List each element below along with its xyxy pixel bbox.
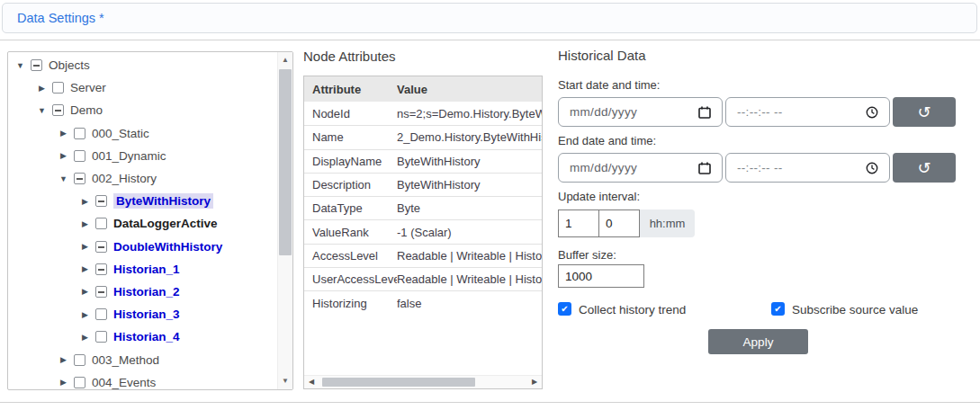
collapse-arrow-icon[interactable]: ▼ — [58, 174, 68, 183]
attribute-name-cell: DataType — [304, 201, 397, 215]
attribute-name-cell: UserAccessLevel — [304, 272, 397, 286]
address-space-tree: ▼Objects▶Server▼Demo▶000_Static▶001_Dyna… — [7, 51, 293, 390]
interval-minutes-input[interactable] — [598, 209, 640, 237]
column-header-value: Value — [397, 83, 542, 96]
attribute-value-cell: ByteWithHistory — [397, 178, 542, 192]
expand-arrow-icon[interactable]: ▶ — [80, 264, 90, 273]
calendar-icon[interactable] — [698, 106, 711, 119]
tree-item-004_events[interactable]: ▶004_Events — [8, 371, 277, 390]
end-refresh-button[interactable]: ↺ — [893, 153, 956, 183]
tree-item-historian_1[interactable]: ▶Historian_1 — [8, 258, 277, 281]
tree-item-002_history[interactable]: ▼002_History — [8, 167, 277, 190]
tree-item-label: 000_Static — [92, 127, 149, 140]
scroll-right-icon[interactable]: ▶ — [528, 376, 541, 388]
expand-arrow-icon[interactable]: ▶ — [80, 310, 90, 319]
tree-checkbox[interactable] — [74, 173, 85, 184]
clock-icon[interactable] — [866, 106, 878, 119]
collect-history-trend-label: Collect history trend — [579, 303, 686, 316]
apply-button[interactable]: Apply — [708, 329, 808, 354]
tree-item-dataloggeractive[interactable]: ▶DataLoggerActive — [8, 212, 277, 235]
tree-checkbox[interactable] — [95, 286, 107, 298]
scroll-up-icon[interactable]: ▲ — [278, 53, 292, 67]
tree-item-server[interactable]: ▶Server — [8, 76, 277, 99]
tree-checkbox[interactable] — [95, 331, 107, 343]
attribute-value-cell: ByteWithHistory — [397, 155, 542, 168]
calendar-icon[interactable] — [698, 162, 711, 174]
tree-item-historian_4[interactable]: ▶Historian_4 — [8, 325, 277, 348]
collapse-arrow-icon[interactable]: ▼ — [37, 106, 47, 115]
tree-item-label: 001_Dynamic — [92, 149, 166, 163]
tree-item-bytewithhistory[interactable]: ▶ByteWithHistory — [8, 190, 277, 212]
tree-item-doublewithhistory[interactable]: ▶DoubleWithHistory — [8, 236, 277, 258]
tree-scrollbar-thumb[interactable] — [279, 69, 292, 255]
tree-checkbox[interactable] — [74, 377, 85, 388]
subscribe-source-value-label: Subscribe source value — [792, 303, 918, 316]
attribute-value-cell: Readable | Writeable | HistoryRead — [397, 249, 542, 263]
tree-checkbox[interactable] — [74, 150, 85, 162]
expand-arrow-icon[interactable]: ▶ — [80, 242, 90, 251]
tree-item-label: DoubleWithHistory — [113, 240, 222, 254]
start-date-input[interactable]: mm/dd/yyyy — [558, 97, 723, 127]
tree-checkbox[interactable] — [31, 59, 42, 71]
tree-checkbox[interactable] — [74, 128, 85, 139]
tree-item-003_method[interactable]: ▶003_Method — [8, 348, 277, 370]
tree-item-label: Objects — [49, 58, 90, 72]
tree-checkbox[interactable] — [95, 241, 107, 253]
attribute-name-cell: NodeId — [304, 107, 397, 120]
attribute-name-cell: Description — [304, 178, 397, 192]
expand-arrow-icon[interactable]: ▶ — [80, 333, 90, 342]
tree-item-historian_3[interactable]: ▶Historian_3 — [8, 303, 277, 325]
expand-arrow-icon[interactable]: ▶ — [80, 219, 90, 228]
tree-checkbox[interactable] — [95, 263, 107, 275]
end-datetime-label: End date and time: — [558, 134, 656, 147]
expand-arrow-icon[interactable]: ▶ — [58, 378, 68, 387]
table-row: UserAccessLevelReadable | Writeable | Hi… — [304, 267, 542, 290]
tree-checkbox[interactable] — [52, 82, 64, 94]
tree-item-label: Historian_2 — [113, 285, 180, 299]
attribute-value-cell: 2_Demo.History.ByteWithHistory — [397, 130, 542, 144]
expand-arrow-icon[interactable]: ▶ — [80, 197, 90, 206]
historical-data-title: Historical Data — [558, 48, 646, 63]
tree-item-000_static[interactable]: ▶000_Static — [8, 122, 277, 145]
expand-arrow-icon[interactable]: ▶ — [58, 355, 68, 364]
subscribe-source-value-checkbox[interactable]: ✔ — [771, 302, 785, 316]
expand-arrow-icon[interactable]: ▶ — [37, 84, 47, 93]
end-time-placeholder: --:--:-- -- — [737, 161, 783, 174]
tree-item-demo[interactable]: ▼Demo — [8, 99, 277, 121]
clock-icon[interactable] — [866, 162, 878, 174]
tree-item-label: Server — [70, 81, 106, 94]
interval-hours-input[interactable] — [558, 209, 599, 237]
start-date-placeholder: mm/dd/yyyy — [570, 105, 637, 119]
start-refresh-button[interactable]: ↺ — [893, 97, 956, 127]
expand-arrow-icon[interactable]: ▶ — [80, 287, 90, 296]
collect-history-trend-checkbox[interactable]: ✔ — [558, 302, 571, 316]
table-horizontal-scrollbar[interactable]: ◀ ▶ — [304, 375, 542, 388]
tree-vertical-scrollbar[interactable]: ▲ ▼ — [277, 52, 292, 389]
tree-checkbox[interactable] — [95, 218, 107, 229]
tree-checkbox[interactable] — [95, 195, 107, 207]
tree-checkbox[interactable] — [52, 104, 64, 116]
tree-item-label: 004_Events — [92, 376, 156, 389]
expand-arrow-icon[interactable]: ▶ — [58, 129, 68, 138]
buffer-size-input[interactable] — [558, 264, 644, 288]
tree-checkbox[interactable] — [95, 308, 107, 320]
scroll-left-icon[interactable]: ◀ — [305, 376, 318, 388]
end-time-input[interactable]: --:--:-- -- — [725, 153, 890, 183]
table-row: Name2_Demo.History.ByteWithHistory — [304, 125, 542, 148]
expand-arrow-icon[interactable]: ▶ — [58, 151, 68, 160]
table-row: Historizingfalse — [304, 290, 542, 314]
start-time-input[interactable]: --:--:-- -- — [725, 97, 890, 127]
collapse-arrow-icon[interactable]: ▼ — [15, 61, 25, 70]
tree-item-001_dynamic[interactable]: ▶001_Dynamic — [8, 145, 277, 167]
end-date-placeholder: mm/dd/yyyy — [570, 161, 637, 174]
tree-item-historian_2[interactable]: ▶Historian_2 — [8, 281, 277, 303]
table-scrollbar-thumb[interactable] — [322, 378, 475, 387]
attribute-name-cell: AccessLevel — [304, 249, 397, 263]
tab-data-settings[interactable]: Data Settings * — [17, 4, 104, 32]
attribute-name-cell: ValueRank — [304, 226, 397, 239]
tree-checkbox[interactable] — [74, 354, 85, 366]
tree-item-objects[interactable]: ▼Objects — [8, 54, 277, 76]
tree-rows: ▼Objects▶Server▼Demo▶000_Static▶001_Dyna… — [8, 54, 277, 390]
end-date-input[interactable]: mm/dd/yyyy — [558, 153, 723, 183]
scroll-down-icon[interactable]: ▼ — [278, 374, 292, 388]
